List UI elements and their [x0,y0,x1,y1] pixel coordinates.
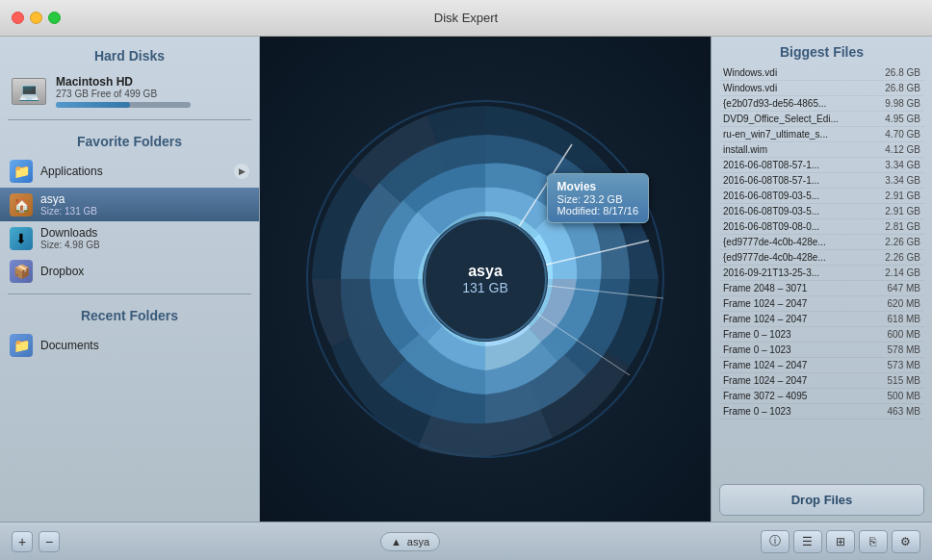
file-size: 2.14 GB [867,267,920,278]
file-name: 2016-06-08T09-08-0... [723,221,867,232]
list-item[interactable]: Windows.vdi 26.8 GB [719,81,924,96]
main-container: Hard Disks 💻 Macintosh HD 273 GB Free of… [0,37,932,522]
biggest-files-title: Biggest Files [712,37,932,65]
list-item[interactable]: {ed9777de-4c0b-428e... 2.26 GB [719,250,924,266]
file-name: Windows.vdi [723,83,867,93]
file-name: Frame 2048 – 3071 [723,283,867,293]
traffic-lights [12,12,61,24]
hard-disks-title: Hard Disks [0,44,259,69]
bottom-left-controls: + − [12,531,60,552]
file-name: {e2b07d93-de56-4865... [723,98,867,109]
downloads-text: Downloads Size: 4.98 GB [40,226,249,250]
grid-view-button[interactable]: ⊞ [826,530,855,553]
file-name: {ed9777de-4c0b-428e... [723,252,867,263]
bottom-bar: + − ▲ asya ⓘ ☰ ⊞ ⎘ ⚙ [0,522,932,560]
sidebar-item-downloads[interactable]: ⬇ Downloads Size: 4.98 GB [0,221,259,255]
file-name: 2016-06-08T08-57-1... [723,175,867,186]
sunburst-chart[interactable]: asya 131 GB Movies Size: 23.2 GB Modifie… [302,96,668,462]
maximize-button[interactable] [48,12,61,24]
documents-name: Documents [40,339,249,352]
file-size: 26.8 GB [867,83,920,93]
divider-2 [8,293,251,294]
file-size: 9.98 GB [867,98,920,109]
dropbox-text: Dropbox [40,265,249,278]
file-name: Frame 1024 – 2047 [723,360,867,370]
info-button[interactable]: ⓘ [761,530,790,553]
file-size: 578 MB [867,344,920,355]
file-size: 2.26 GB [867,252,920,263]
titlebar: Disk Expert [0,0,932,37]
list-item[interactable]: Frame 1024 – 2047 620 MB [719,296,924,312]
add-button[interactable]: + [12,531,33,552]
sidebar-item-applications[interactable]: 📁 Applications ▶ [0,155,259,188]
list-item[interactable]: {ed9777de-4c0b-428e... 2.26 GB [719,235,924,250]
list-item[interactable]: ru-en_win7_ultimate_s... 4.70 GB [719,127,924,142]
file-size: 26.8 GB [867,67,920,78]
asya-size: Size: 131 GB [40,206,249,216]
settings-button[interactable]: ⚙ [892,530,920,553]
file-name: ru-en_win7_ultimate_s... [723,129,867,140]
list-item[interactable]: DVD9_Office_Select_Edi... 4.95 GB [719,112,924,127]
file-name: install.wim [723,144,867,155]
breadcrumb-nav[interactable]: ▲ asya [380,532,440,551]
documents-icon: 📁 [10,334,33,357]
close-button[interactable] [12,12,24,24]
file-size: 620 MB [867,298,920,309]
list-item[interactable]: Frame 1024 – 2047 573 MB [719,358,924,373]
list-item[interactable]: Windows.vdi 26.8 GB [719,65,924,81]
list-item[interactable]: {e2b07d93-de56-4865... 9.98 GB [719,96,924,112]
breadcrumb-arrow-icon: ▲ [391,536,401,547]
list-item[interactable]: 2016-06-08T08-57-1... 3.34 GB [719,158,924,173]
list-item[interactable]: Frame 0 – 1023 578 MB [719,343,924,358]
file-name: Frame 3072 – 4095 [723,391,867,401]
file-size: 2.91 GB [867,206,920,216]
list-item[interactable]: install.wim 4.12 GB [719,142,924,158]
list-item[interactable]: 2016-09-21T13-25-3... 2.14 GB [719,266,924,281]
list-item[interactable]: Frame 0 – 1023 600 MB [719,327,924,343]
asya-name: asya [40,192,249,206]
list-item[interactable]: Frame 3072 – 4095 500 MB [719,389,924,404]
favorite-folders-title: Favorite Folders [0,130,259,155]
sidebar-item-dropbox[interactable]: 📦 Dropbox [0,255,259,288]
list-item[interactable]: Frame 0 – 1023 463 MB [719,404,924,420]
sidebar-item-asya[interactable]: 🏠 asya Size: 131 GB [0,188,259,221]
dropbox-icon: 📦 [10,260,33,283]
list-item[interactable]: 2016-06-08T08-57-1... 3.34 GB [719,173,924,189]
file-name: 2016-06-08T08-57-1... [723,160,867,170]
sidebar-item-documents[interactable]: 📁 Documents [0,329,259,362]
applications-icon: 📁 [10,160,33,183]
list-item[interactable]: 2016-06-08T09-03-5... 2.91 GB [719,189,924,204]
remove-button[interactable]: − [39,531,60,552]
applications-text: Applications [40,165,226,178]
recent-folders-section: Recent Folders 📁 Documents [0,296,259,366]
drop-files-button[interactable]: Drop Files [719,484,924,516]
files-list: Windows.vdi 26.8 GB Windows.vdi 26.8 GB … [712,65,932,478]
list-item[interactable]: Frame 1024 – 2047 515 MB [719,373,924,389]
asya-text: asya Size: 131 GB [40,192,249,216]
hd-info: Macintosh HD 273 GB Free of 499 GB [56,75,247,108]
file-size: 600 MB [867,329,920,340]
list-item[interactable]: Frame 2048 – 3071 647 MB [719,281,924,296]
file-size: 573 MB [867,360,920,370]
center-area: asya 131 GB Movies Size: 23.2 GB Modifie… [260,37,711,522]
tooltip-title: Movies [557,180,638,193]
list-item[interactable]: 2016-06-08T09-08-0... 2.81 GB [719,219,924,235]
dropbox-name: Dropbox [40,265,249,278]
list-item[interactable]: Frame 1024 – 2047 618 MB [719,312,924,327]
hard-disks-section: Hard Disks 💻 Macintosh HD 273 GB Free of… [0,37,259,117]
applications-name: Applications [40,165,226,178]
list-view-button[interactable]: ☰ [793,530,822,553]
share-button[interactable]: ⎘ [859,530,888,553]
file-size: 3.34 GB [867,175,920,186]
hard-disk-icon: 💻 [12,78,46,105]
file-size: 500 MB [867,391,920,401]
svg-point-5 [423,216,548,342]
breadcrumb-label: asya [407,536,429,547]
minimize-button[interactable] [30,12,42,24]
bottom-right-controls: ⓘ ☰ ⊞ ⎘ ⚙ [761,530,920,553]
tooltip-size: Size: 23.2 GB [557,193,638,205]
hard-disk-item[interactable]: 💻 Macintosh HD 273 GB Free of 499 GB [0,69,259,114]
file-name: 2016-09-21T13-25-3... [723,267,867,278]
downloads-icon: ⬇ [10,227,33,250]
list-item[interactable]: 2016-06-08T09-03-5... 2.91 GB [719,204,924,219]
